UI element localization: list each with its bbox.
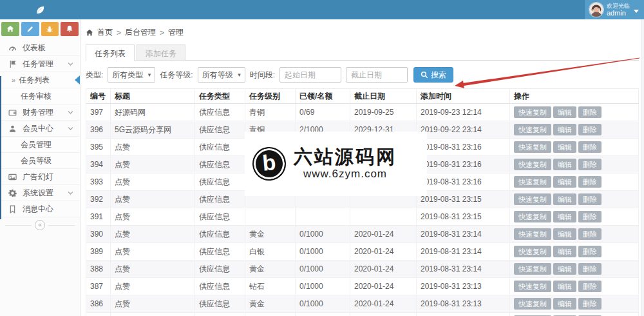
delete-button[interactable]: 删除 <box>578 106 601 118</box>
quick-copy-button[interactable]: 快速复制 <box>514 176 551 188</box>
delete-button[interactable]: 删除 <box>578 263 601 275</box>
edit-button[interactable] <box>21 22 39 36</box>
sidebar-item-message-center[interactable]: 消息中心 <box>0 201 80 217</box>
active-item-arrow <box>75 75 80 84</box>
chevron-down-icon <box>68 62 73 66</box>
edit-button[interactable]: 编辑 <box>553 176 576 188</box>
notifications-button[interactable] <box>61 22 79 36</box>
sidebar-item-dashboard[interactable]: 仪表板 <box>0 40 80 56</box>
sidebar-item-ad-slides[interactable]: 广告幻灯 <box>0 169 80 185</box>
column-header-1: 标题 <box>111 89 195 104</box>
wallet-icon <box>8 108 17 117</box>
sidebar-item-task-list[interactable]: »任务列表 <box>0 72 80 88</box>
quick-copy-button[interactable]: 快速复制 <box>514 106 551 118</box>
cell-title: 5G云源码分享网 <box>111 121 195 139</box>
task-table: 编号标题任务类型任务级别已领/名额截止日期添加时间操作 397好源码网供应信息青… <box>86 88 639 316</box>
user-menu[interactable]: 欢迎光临 admin <box>585 0 644 19</box>
type-select[interactable]: 所有类型 ▾ <box>108 67 155 83</box>
caret-down-icon: ▾ <box>148 72 151 78</box>
cell-added: 2019-08-31 23:15 <box>417 191 510 208</box>
search-button-label: 搜索 <box>431 70 446 81</box>
edit-button[interactable]: 编辑 <box>553 124 576 135</box>
sidebar-item-member-center[interactable]: 会员中心 <box>0 121 80 137</box>
sidebar-item-label: 任务审核 <box>21 91 52 102</box>
sidebar-item-label: 任务列表 <box>19 75 50 86</box>
home-button[interactable] <box>1 22 19 36</box>
cell-id: 385 <box>86 313 111 316</box>
cell-type: 供应信息 <box>195 173 245 191</box>
cell-id: 387 <box>86 278 111 295</box>
edit-button[interactable]: 编辑 <box>553 228 576 240</box>
quick-copy-button[interactable]: 快速复制 <box>514 298 551 310</box>
quick-copy-button[interactable]: 快速复制 <box>514 228 551 240</box>
cell-added: 2019-08-31 23:14 <box>417 243 510 261</box>
delete-button[interactable]: 删除 <box>578 298 601 310</box>
delete-button[interactable]: 删除 <box>578 246 601 257</box>
delete-button[interactable]: 删除 <box>578 176 601 188</box>
breadcrumb-home[interactable]: 首页 <box>97 27 113 38</box>
watermark-url: www.6zym.com <box>303 167 387 181</box>
tab-add-task[interactable]: 添加任务 <box>137 44 185 60</box>
sidebar-item-system-settings[interactable]: 系统设置 <box>0 185 80 201</box>
cell-deadline: 2019-09-25 <box>350 104 417 121</box>
quick-copy-button[interactable]: 快速复制 <box>514 159 551 170</box>
quick-copy-button[interactable]: 快速复制 <box>514 141 551 153</box>
cell-title: 点赞 <box>111 226 195 243</box>
active-item-marker: » <box>12 76 15 84</box>
edit-button[interactable]: 编辑 <box>553 298 576 310</box>
divider <box>48 225 75 226</box>
edit-button[interactable]: 编辑 <box>553 159 576 170</box>
quick-copy-button[interactable]: 快速复制 <box>514 263 551 275</box>
start-date-input[interactable] <box>279 67 341 83</box>
edit-button[interactable]: 编辑 <box>553 211 576 222</box>
sidebar-item-member-manage[interactable]: 会员管理 <box>0 137 80 153</box>
delete-button[interactable]: 删除 <box>578 141 601 153</box>
cell-actions: 快速复制编辑删除 <box>510 139 639 156</box>
edit-button[interactable]: 编辑 <box>553 106 576 118</box>
delete-button[interactable]: 删除 <box>578 124 601 135</box>
sidebar-item-finance-manage[interactable]: 财务管理 <box>0 104 80 121</box>
tab-task-list[interactable]: 任务列表 <box>86 44 135 60</box>
delete-button[interactable]: 删除 <box>578 211 601 222</box>
table-row: 387点赞供应信息钻石0/10002020-01-242019-08-31 23… <box>86 278 639 295</box>
quick-copy-button[interactable]: 快速复制 <box>514 281 551 292</box>
sidebar-item-task-manage[interactable]: 任务管理 <box>0 56 80 72</box>
table-row: 391点赞供应信息2019-08-31 23:15快速复制编辑删除 <box>86 208 639 226</box>
search-button[interactable]: 搜索 <box>413 67 453 83</box>
delete-button[interactable]: 删除 <box>578 193 601 205</box>
brand-logo[interactable] <box>0 0 80 19</box>
cell-added: 2019-08-31 23:15 <box>417 208 510 226</box>
edit-button[interactable]: 编辑 <box>553 193 576 205</box>
quick-copy-button[interactable]: 快速复制 <box>514 124 551 135</box>
table-row: 390点赞供应信息黄金0/10002020-01-242019-08-31 23… <box>86 226 639 243</box>
quick-copy-button[interactable]: 快速复制 <box>514 246 551 257</box>
quick-copy-button[interactable]: 快速复制 <box>514 193 551 205</box>
cell-actions: 快速复制编辑删除 <box>510 261 639 278</box>
quick-copy-button[interactable]: 快速复制 <box>514 211 551 222</box>
scrollbar[interactable] <box>641 19 644 316</box>
delete-button[interactable]: 删除 <box>578 228 601 240</box>
level-select[interactable]: 所有等级 ▾ <box>198 67 245 83</box>
cell-type: 供应信息 <box>195 243 245 261</box>
edit-button[interactable]: 编辑 <box>553 246 576 257</box>
column-header-2: 任务类型 <box>195 89 245 104</box>
edit-button[interactable]: 编辑 <box>553 281 576 292</box>
sidebar-item-task-review[interactable]: 任务审核 <box>0 88 80 104</box>
cell-quota: 0/1000 <box>296 243 350 261</box>
cell-title: 好源码网 <box>111 104 195 121</box>
edit-button[interactable]: 编辑 <box>553 141 576 153</box>
cell-quota <box>296 208 350 226</box>
delete-button[interactable]: 删除 <box>578 281 601 292</box>
end-date-input[interactable] <box>346 67 408 83</box>
sidebar-item-label: 广告幻灯 <box>23 172 53 183</box>
delete-button[interactable]: 删除 <box>578 159 601 170</box>
chevron-down-icon <box>68 110 73 115</box>
type-select-value: 所有类型 <box>112 70 143 81</box>
sidebar-item-member-level[interactable]: 会员等级 <box>0 153 80 169</box>
sidebar-collapse-button[interactable]: « <box>0 217 80 233</box>
bug-button[interactable] <box>41 22 59 36</box>
bookmark-icon <box>8 204 17 213</box>
cell-title: 点赞 <box>111 139 195 156</box>
edit-button[interactable]: 编辑 <box>553 263 576 275</box>
breadcrumb-admin[interactable]: 后台管理 <box>125 27 156 38</box>
